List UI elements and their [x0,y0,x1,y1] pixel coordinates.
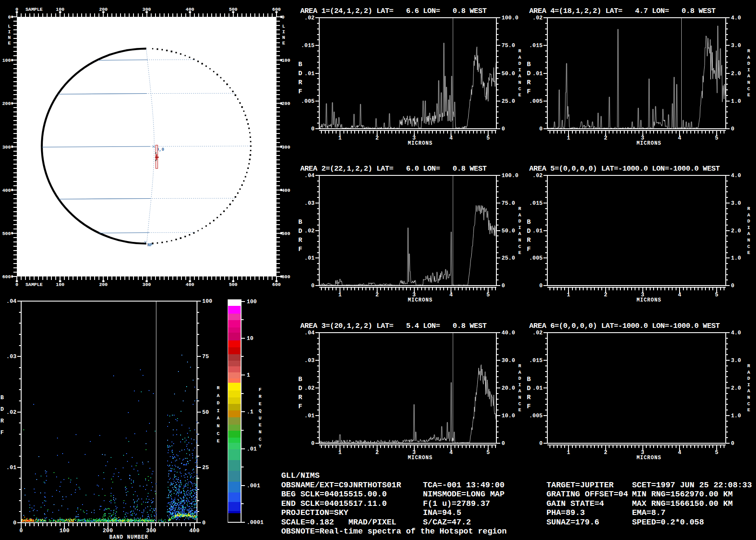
svg-text:C: C [217,431,220,436]
svg-text:25.0: 25.0 [502,98,515,105]
svg-text:E: E [747,92,750,98]
svg-text:0: 0 [502,126,505,132]
svg-text:200: 200 [282,101,290,106]
svg-text:E: E [518,407,521,413]
svg-text:E: E [282,41,285,46]
svg-text:4.0: 4.0 [731,172,741,179]
svg-text:SCALE=0.182 MRAD/PIXEL: SCALE=0.182 MRAD/PIXEL [281,518,396,527]
svg-text:GRATING OFFSET=04: GRATING OFFSET=04 [546,490,628,499]
svg-text:A: A [747,55,750,60]
svg-text:Q: Q [259,408,262,413]
svg-text:5: 5 [486,135,490,141]
svg-text:.02: .02 [6,409,17,416]
svg-text:.04: .04 [305,172,315,179]
svg-text:100: 100 [202,298,213,305]
svg-text:0: 0 [539,283,543,289]
svg-text:200: 200 [2,101,11,106]
svg-text:R: R [298,237,302,244]
svg-text:100.0: 100.0 [502,172,518,179]
svg-text:A: A [518,370,521,375]
svg-text:N: N [217,423,220,429]
svg-text:D: D [0,406,4,413]
svg-text:4: 4 [449,135,453,141]
svg-text:300: 300 [143,282,151,287]
svg-text:10: 10 [247,335,254,342]
svg-text:5: 5 [715,449,718,456]
svg-text:D: D [527,228,530,235]
svg-text:.005: .005 [529,98,543,105]
svg-text:.015: .015 [529,200,543,206]
svg-text:5: 5 [486,292,490,298]
svg-text:E: E [217,438,220,444]
svg-text:75: 75 [202,353,209,360]
svg-text:.02: .02 [305,15,315,21]
svg-text:L: L [282,24,285,29]
svg-text:500: 500 [282,231,290,236]
svg-text:1: 1 [567,135,570,141]
svg-text:A: A [747,213,750,218]
svg-text:AREA 6=(0,0,0,0) LAT=-1000.0 L: AREA 6=(0,0,0,0) LAT=-1000.0 LON=-1000.0… [529,322,720,330]
svg-text:.01: .01 [533,228,543,234]
svg-text:4: 4 [678,292,681,298]
svg-text:0: 0 [502,440,505,447]
svg-text:R: R [259,394,262,399]
svg-text:5: 5 [715,135,718,141]
svg-text:3.0: 3.0 [731,357,741,364]
svg-text:EMA=8.7: EMA=8.7 [632,508,666,518]
svg-text:END SCLK=04015517.11.0: END SCLK=04015517.11.0 [281,499,387,508]
svg-text:I: I [8,29,11,35]
svg-text:25.0: 25.0 [502,255,515,261]
svg-text:600: 600 [272,282,281,287]
svg-text:600: 600 [282,274,290,280]
svg-text:.01: .01 [305,70,315,77]
svg-text:B: B [298,219,302,226]
svg-text:C: C [747,401,750,407]
svg-text:C: C [518,401,521,407]
svg-text:I: I [518,225,521,230]
svg-text:500: 500 [229,282,238,287]
svg-text:75.0: 75.0 [502,42,515,49]
svg-text:N: N [8,35,11,40]
svg-text:.01: .01 [6,464,17,471]
svg-text:.015: .015 [529,357,543,364]
svg-text:400: 400 [186,7,194,12]
svg-text:.02: .02 [533,15,543,21]
svg-text:OBSNOTE=Real-time spectra of t: OBSNOTE=Real-time spectra of the Hotspot… [281,527,507,536]
svg-text:100: 100 [56,282,64,287]
svg-text:AREA 2=(22,1,2,2) LAT= 6.0 L: AREA 2=(22,1,2,2) LAT= 6.0 LON= 0.8 WEST [300,165,486,173]
svg-text:D: D [518,219,521,224]
svg-text:2: 2 [604,292,607,298]
svg-text:0: 0 [282,15,285,20]
svg-text:400: 400 [282,188,290,193]
svg-text:BEG SCLK=04015515.00.0: BEG SCLK=04015515.00.0 [281,490,387,499]
svg-text:50: 50 [202,409,209,416]
svg-text:20.0: 20.0 [502,385,515,391]
svg-text:75.0: 75.0 [502,200,515,206]
svg-text:A: A [518,231,521,236]
svg-text:4: 4 [449,292,453,298]
svg-text:100: 100 [282,58,290,63]
svg-text:.005: .005 [529,255,543,261]
svg-text:A: A [518,55,521,60]
svg-text:300: 300 [282,145,290,150]
svg-text:F: F [527,403,530,410]
svg-text:0: 0 [539,126,543,132]
svg-text:.015: .015 [301,42,314,49]
svg-text:2: 2 [375,135,379,141]
svg-text:B: B [527,376,530,383]
svg-text:0: 0 [311,126,314,132]
svg-text:4: 4 [449,449,453,456]
svg-text:300: 300 [2,145,11,150]
svg-text:A: A [217,416,220,421]
svg-text:4.0: 4.0 [731,15,741,21]
svg-text:R: R [527,394,530,401]
svg-text:.01: .01 [305,413,315,419]
svg-text:AREA 5=(0,0,0,0) LAT=-1000.0 L: AREA 5=(0,0,0,0) LAT=-1000.0 LON=-1000.0… [529,165,720,173]
svg-text:D: D [518,376,521,381]
svg-text:50.0: 50.0 [502,70,515,77]
svg-text:.015: .015 [529,42,543,49]
svg-text:100: 100 [59,527,70,534]
svg-text:25: 25 [202,464,209,471]
svg-text:A: A [217,393,220,398]
svg-text:I: I [282,29,285,35]
